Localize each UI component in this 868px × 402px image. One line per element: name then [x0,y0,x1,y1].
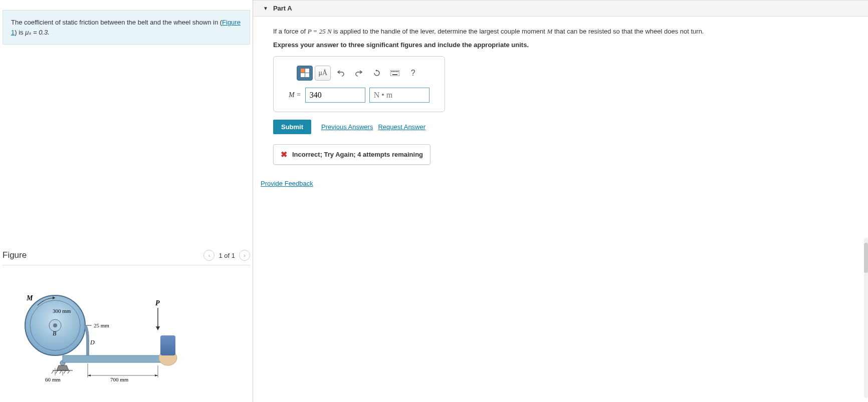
left-scrollbar[interactable] [864,238,868,398]
svg-line-12 [64,370,66,373]
svg-line-10 [56,370,58,373]
problem-text-after: ) is [15,29,25,36]
label-25: 25 mm [94,322,109,328]
help-button[interactable]: ? [405,66,421,81]
svg-rect-16 [160,335,175,355]
provide-feedback-link[interactable]: Provide Feedback [261,180,313,187]
svg-marker-24 [88,374,91,376]
keyboard-button[interactable] [387,66,403,81]
svg-line-9 [52,370,54,373]
question-text: If a force of P = 25 N is applied to the… [273,27,848,37]
part-a-header[interactable]: ▼ Part A [253,0,868,17]
special-chars-button[interactable]: μÅ [315,66,331,81]
answer-toolbar: μÅ ? [289,66,429,81]
reset-button[interactable] [369,66,385,81]
feedback-box: ✖ Incorrect; Try Again; 4 attempts remai… [273,144,430,165]
figure-prev-button[interactable]: ‹ [203,250,214,261]
redo-button[interactable] [351,66,367,81]
instruction-text: Express your answer to three significant… [273,41,848,49]
figure-image: M 300 mm B 25 mm [3,275,250,397]
units-input[interactable] [369,88,429,103]
incorrect-icon: ✖ [281,150,287,159]
figure-next-button[interactable]: › [239,250,250,261]
feedback-text: Incorrect; Try Again; 4 attempts remaini… [292,151,423,158]
label-P: P [155,299,160,307]
svg-rect-28 [391,71,392,72]
answer-box: μÅ ? M = [273,56,445,112]
label-D: D [90,339,95,346]
svg-rect-27 [390,70,399,76]
svg-rect-30 [394,71,395,72]
answer-value-input[interactable] [305,88,365,103]
label-700: 700 mm [110,376,129,382]
figure-section: Figure ‹ 1 of 1 › [0,245,253,402]
svg-rect-14 [63,355,168,362]
caret-down-icon: ▼ [263,6,268,11]
part-a-title: Part A [273,5,292,12]
figure-nav-text: 1 of 1 [219,252,235,259]
submit-button[interactable]: Submit [273,120,311,134]
svg-marker-26 [375,70,377,72]
svg-marker-7 [57,365,69,370]
problem-statement: The coefficient of static friction betwe… [3,10,250,45]
svg-marker-18 [156,326,160,330]
request-answer-link[interactable]: Request Answer [378,123,425,131]
svg-rect-31 [396,71,397,72]
svg-line-13 [68,370,70,373]
previous-answers-link[interactable]: Previous Answers [321,123,373,131]
label-300: 300 mm [53,308,71,314]
mu-value: μₛ = 0.3. [25,29,50,36]
svg-line-11 [60,370,62,373]
label-M: M [26,294,33,302]
svg-rect-29 [393,71,394,72]
svg-rect-32 [397,71,398,72]
svg-rect-33 [392,74,397,75]
figure-title: Figure [3,250,27,260]
answer-label-M: M = [289,91,301,99]
templates-button[interactable] [297,66,313,81]
label-B: B [53,330,57,337]
svg-point-3 [53,323,57,327]
svg-marker-25 [155,374,158,376]
problem-text: The coefficient of static friction betwe… [11,19,222,26]
undo-button[interactable] [333,66,349,81]
label-60: 60 mm [45,376,61,382]
